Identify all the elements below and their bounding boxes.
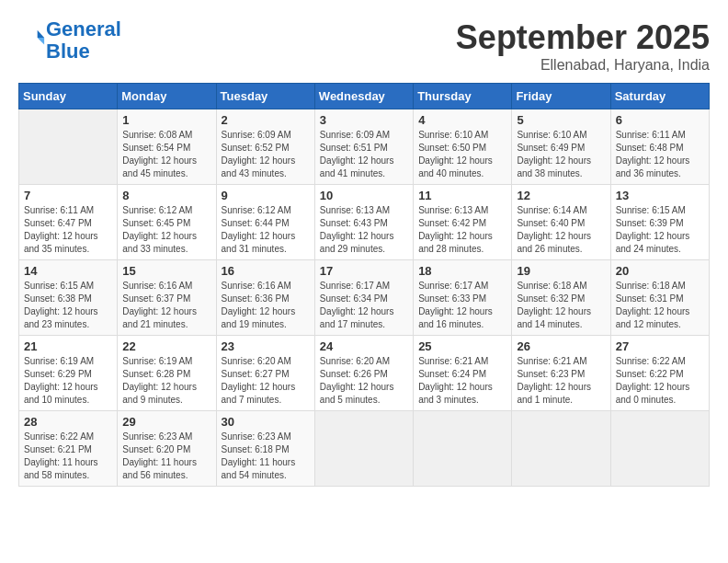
day-info: Sunrise: 6:20 AM Sunset: 6:27 PM Dayligh… xyxy=(222,355,310,407)
calendar-week-row: 21Sunrise: 6:19 AM Sunset: 6:29 PM Dayli… xyxy=(19,336,710,411)
day-number: 28 xyxy=(24,415,112,429)
calendar-day-cell: 29Sunrise: 6:23 AM Sunset: 6:20 PM Dayli… xyxy=(118,411,216,487)
day-info: Sunrise: 6:09 AM Sunset: 6:52 PM Dayligh… xyxy=(222,129,310,180)
calendar-day-cell: 16Sunrise: 6:16 AM Sunset: 6:36 PM Dayli… xyxy=(216,260,314,336)
logo-icon xyxy=(20,26,46,52)
calendar-day-cell: 25Sunrise: 6:21 AM Sunset: 6:24 PM Dayli… xyxy=(414,336,512,411)
logo-line1: General xyxy=(46,17,121,40)
day-info: Sunrise: 6:17 AM Sunset: 6:33 PM Dayligh… xyxy=(418,280,506,331)
calendar-day-cell: 7Sunrise: 6:11 AM Sunset: 6:47 PM Daylig… xyxy=(19,185,118,260)
calendar-day-cell xyxy=(610,411,709,487)
day-number: 26 xyxy=(517,339,605,353)
day-info: Sunrise: 6:10 AM Sunset: 6:50 PM Dayligh… xyxy=(418,129,506,180)
day-info: Sunrise: 6:16 AM Sunset: 6:37 PM Dayligh… xyxy=(122,280,210,331)
weekday-header-row: SundayMondayTuesdayWednesdayThursdayFrid… xyxy=(19,84,710,109)
calendar-week-row: 1Sunrise: 6:08 AM Sunset: 6:54 PM Daylig… xyxy=(19,109,710,185)
calendar-day-cell: 28Sunrise: 6:22 AM Sunset: 6:21 PM Dayli… xyxy=(19,411,118,487)
day-info: Sunrise: 6:19 AM Sunset: 6:28 PM Dayligh… xyxy=(122,355,210,407)
logo: General Blue xyxy=(18,18,121,63)
day-number: 21 xyxy=(24,339,112,353)
calendar-day-cell: 21Sunrise: 6:19 AM Sunset: 6:29 PM Dayli… xyxy=(19,336,118,411)
calendar-day-cell: 24Sunrise: 6:20 AM Sunset: 6:26 PM Dayli… xyxy=(314,336,413,411)
day-info: Sunrise: 6:12 AM Sunset: 6:45 PM Dayligh… xyxy=(122,204,210,256)
calendar-day-cell: 9Sunrise: 6:12 AM Sunset: 6:44 PM Daylig… xyxy=(216,185,314,260)
day-info: Sunrise: 6:14 AM Sunset: 6:40 PM Dayligh… xyxy=(517,204,605,256)
day-number: 30 xyxy=(222,415,310,429)
location-title: Ellenabad, Haryana, India xyxy=(456,57,710,74)
day-number: 14 xyxy=(24,264,112,278)
calendar-week-row: 28Sunrise: 6:22 AM Sunset: 6:21 PM Dayli… xyxy=(19,411,710,487)
weekday-header-cell: Friday xyxy=(512,84,610,109)
calendar-day-cell: 22Sunrise: 6:19 AM Sunset: 6:28 PM Dayli… xyxy=(118,336,216,411)
day-info: Sunrise: 6:16 AM Sunset: 6:36 PM Dayligh… xyxy=(222,280,310,331)
day-number: 2 xyxy=(222,113,310,127)
day-info: Sunrise: 6:20 AM Sunset: 6:26 PM Dayligh… xyxy=(320,355,408,407)
svg-marker-0 xyxy=(38,30,44,38)
calendar-day-cell: 4Sunrise: 6:10 AM Sunset: 6:50 PM Daylig… xyxy=(414,109,512,185)
day-number: 6 xyxy=(616,113,704,127)
calendar-week-row: 14Sunrise: 6:15 AM Sunset: 6:38 PM Dayli… xyxy=(19,260,710,336)
day-number: 13 xyxy=(616,189,704,202)
calendar-day-cell: 15Sunrise: 6:16 AM Sunset: 6:37 PM Dayli… xyxy=(118,260,216,336)
calendar-day-cell: 10Sunrise: 6:13 AM Sunset: 6:43 PM Dayli… xyxy=(314,185,413,260)
day-number: 17 xyxy=(320,264,408,278)
calendar-day-cell xyxy=(512,411,610,487)
svg-marker-1 xyxy=(38,38,44,44)
day-number: 22 xyxy=(122,339,210,353)
day-info: Sunrise: 6:11 AM Sunset: 6:47 PM Dayligh… xyxy=(24,204,112,256)
day-info: Sunrise: 6:21 AM Sunset: 6:24 PM Dayligh… xyxy=(418,355,506,407)
calendar-day-cell xyxy=(414,411,512,487)
day-number: 24 xyxy=(320,339,408,353)
day-info: Sunrise: 6:22 AM Sunset: 6:21 PM Dayligh… xyxy=(24,431,112,482)
day-info: Sunrise: 6:21 AM Sunset: 6:23 PM Dayligh… xyxy=(517,355,605,407)
calendar-day-cell: 1Sunrise: 6:08 AM Sunset: 6:54 PM Daylig… xyxy=(118,109,216,185)
day-info: Sunrise: 6:15 AM Sunset: 6:38 PM Dayligh… xyxy=(24,280,112,331)
calendar-day-cell: 6Sunrise: 6:11 AM Sunset: 6:48 PM Daylig… xyxy=(610,109,709,185)
calendar-day-cell: 14Sunrise: 6:15 AM Sunset: 6:38 PM Dayli… xyxy=(19,260,118,336)
day-number: 15 xyxy=(122,264,210,278)
calendar-day-cell: 11Sunrise: 6:13 AM Sunset: 6:42 PM Dayli… xyxy=(414,185,512,260)
day-number: 25 xyxy=(418,339,506,353)
day-info: Sunrise: 6:15 AM Sunset: 6:39 PM Dayligh… xyxy=(616,204,704,256)
day-info: Sunrise: 6:18 AM Sunset: 6:32 PM Dayligh… xyxy=(517,280,605,331)
calendar-day-cell: 8Sunrise: 6:12 AM Sunset: 6:45 PM Daylig… xyxy=(118,185,216,260)
day-info: Sunrise: 6:09 AM Sunset: 6:51 PM Dayligh… xyxy=(320,129,408,180)
day-info: Sunrise: 6:08 AM Sunset: 6:54 PM Dayligh… xyxy=(122,129,210,180)
calendar-day-cell: 17Sunrise: 6:17 AM Sunset: 6:34 PM Dayli… xyxy=(314,260,413,336)
day-info: Sunrise: 6:22 AM Sunset: 6:22 PM Dayligh… xyxy=(616,355,704,407)
calendar-day-cell: 26Sunrise: 6:21 AM Sunset: 6:23 PM Dayli… xyxy=(512,336,610,411)
weekday-header-cell: Wednesday xyxy=(314,84,413,109)
weekday-header-cell: Saturday xyxy=(610,84,709,109)
day-number: 9 xyxy=(222,189,310,202)
logo-line2: Blue xyxy=(46,40,90,63)
day-number: 3 xyxy=(320,113,408,127)
day-number: 7 xyxy=(24,189,112,202)
calendar-day-cell: 27Sunrise: 6:22 AM Sunset: 6:22 PM Dayli… xyxy=(610,336,709,411)
day-info: Sunrise: 6:10 AM Sunset: 6:49 PM Dayligh… xyxy=(517,129,605,180)
calendar-day-cell: 20Sunrise: 6:18 AM Sunset: 6:31 PM Dayli… xyxy=(610,260,709,336)
weekday-header-cell: Tuesday xyxy=(216,84,314,109)
day-info: Sunrise: 6:11 AM Sunset: 6:48 PM Dayligh… xyxy=(616,129,704,180)
day-number: 10 xyxy=(320,189,408,202)
calendar-day-cell: 13Sunrise: 6:15 AM Sunset: 6:39 PM Dayli… xyxy=(610,185,709,260)
calendar-day-cell: 5Sunrise: 6:10 AM Sunset: 6:49 PM Daylig… xyxy=(512,109,610,185)
title-block: September 2025 Ellenabad, Haryana, India xyxy=(456,18,710,74)
day-info: Sunrise: 6:19 AM Sunset: 6:29 PM Dayligh… xyxy=(24,355,112,407)
calendar-day-cell: 12Sunrise: 6:14 AM Sunset: 6:40 PM Dayli… xyxy=(512,185,610,260)
day-number: 29 xyxy=(122,415,210,429)
weekday-header-cell: Thursday xyxy=(414,84,512,109)
calendar-day-cell: 2Sunrise: 6:09 AM Sunset: 6:52 PM Daylig… xyxy=(216,109,314,185)
day-number: 18 xyxy=(418,264,506,278)
day-number: 8 xyxy=(122,189,210,202)
day-info: Sunrise: 6:23 AM Sunset: 6:18 PM Dayligh… xyxy=(222,431,310,482)
day-info: Sunrise: 6:13 AM Sunset: 6:43 PM Dayligh… xyxy=(320,204,408,256)
calendar-body: 1Sunrise: 6:08 AM Sunset: 6:54 PM Daylig… xyxy=(19,109,710,487)
logo-text: General Blue xyxy=(46,18,121,63)
calendar-day-cell xyxy=(19,109,118,185)
calendar-week-row: 7Sunrise: 6:11 AM Sunset: 6:47 PM Daylig… xyxy=(19,185,710,260)
day-info: Sunrise: 6:18 AM Sunset: 6:31 PM Dayligh… xyxy=(616,280,704,331)
weekday-header-cell: Sunday xyxy=(19,84,118,109)
weekday-header-cell: Monday xyxy=(118,84,216,109)
day-number: 11 xyxy=(418,189,506,202)
day-number: 27 xyxy=(616,339,704,353)
